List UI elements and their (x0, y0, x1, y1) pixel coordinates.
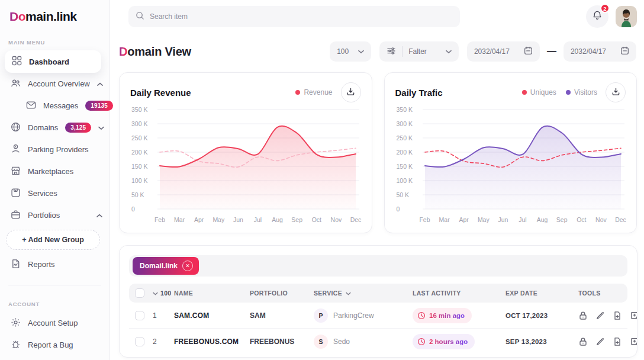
sidebar-item-parking-providers[interactable]: Parking Providers (0, 139, 110, 160)
row-checkbox[interactable] (135, 337, 144, 346)
column-header-service-label: SERVICE (314, 290, 342, 297)
domain-name-cell[interactable]: SAM.COM (174, 311, 250, 320)
search-input[interactable] (150, 12, 453, 21)
service-cell: P ParkingCrew (314, 308, 413, 323)
storefront-icon (11, 166, 21, 178)
tools-cell (578, 311, 637, 320)
daily-revenue-card: Daily Revenue Revenue 350 K300 K250 K200… (119, 72, 372, 233)
page-size-select[interactable]: 100 (330, 41, 371, 62)
chevron-down-icon[interactable] (98, 123, 104, 132)
sidebar-item-account-overview[interactable]: Account Overview (0, 73, 110, 95)
sidebar-item-messages[interactable]: Messages 19135 (0, 95, 110, 117)
legend-item: Revenue (295, 88, 332, 97)
edit-pencil-icon[interactable] (595, 311, 605, 320)
sidebar-item-portfolios[interactable]: Portfolios (0, 204, 110, 226)
x-tick-label: Aug (537, 216, 548, 223)
area-fill-Visitors (425, 126, 621, 209)
active-filter-tag[interactable]: Domail.link ✕ (133, 257, 199, 275)
export-note-icon[interactable] (630, 337, 637, 346)
chevron-down-icon (346, 290, 351, 297)
sidebar-item-report-a-bug[interactable]: Report a Bug (0, 334, 110, 356)
table-row[interactable]: 1 SAM.COM SAM P ParkingCrew 16 min ago O… (129, 303, 627, 329)
sidebar-item-dashboard[interactable]: Dashboard (5, 50, 101, 73)
notifications-button[interactable]: 2 (586, 5, 608, 28)
envelope-icon (26, 101, 36, 111)
column-header-service[interactable]: SERVICE (314, 290, 413, 297)
users-icon (11, 78, 21, 90)
x-axis-labels: FebMarAprMayJunJulAugSepOctNovDec (155, 214, 361, 226)
sidebar-item-marketplaces[interactable]: Marketplaces (0, 160, 110, 182)
sidebar-item-label: Report a Bug (28, 340, 102, 349)
dashboard-grid-icon (12, 56, 22, 68)
sidebar-item-services[interactable]: Services (0, 182, 110, 204)
area-fill-Revenue (160, 126, 356, 209)
row-checkbox[interactable] (135, 311, 144, 320)
column-header-tools[interactable]: TOOLS (578, 290, 627, 297)
x-tick-label: Mar (439, 216, 450, 223)
legend-item: Visitors (566, 88, 597, 97)
portfolio-cell: FREEBONUS (250, 338, 314, 346)
last-activity-cell: 2 hours ago (413, 334, 505, 349)
date-from-picker[interactable]: 2032/04/17 (467, 41, 540, 62)
chart-plot-area[interactable] (155, 107, 361, 213)
row-number: 1 (153, 311, 174, 320)
table-row[interactable]: 2 FREEBONUS.COM FREEBONUS S Sedo 2 hours… (129, 329, 627, 355)
y-tick-label: 150 K (397, 163, 413, 170)
edit-pencil-icon[interactable] (595, 337, 605, 346)
lock-icon[interactable] (578, 311, 588, 320)
x-tick-label: Dec (615, 216, 626, 223)
y-tick-label: 200 K (131, 149, 147, 156)
y-tick-label: 350 K (131, 106, 147, 113)
lock-icon[interactable] (578, 337, 588, 346)
x-tick-label: Oct (312, 216, 321, 223)
remove-tag-icon[interactable]: ✕ (182, 261, 193, 271)
page-title-rest: omain View (127, 45, 191, 58)
column-header-exp-date[interactable]: EXP DATE (505, 290, 578, 297)
download-chart-button[interactable] (606, 82, 626, 102)
chart-legend: UniquesVisitors (522, 88, 597, 97)
tools-cell (578, 337, 637, 346)
column-header-name[interactable]: NAME (174, 290, 250, 297)
chevron-down-icon (358, 47, 364, 56)
x-tick-label: Jun (498, 216, 508, 223)
portfolio-cell: SAM (250, 311, 314, 320)
sidebar-item-label: Domains (28, 123, 58, 132)
daily-trafic-card: Daily Trafic UniquesVisitors 350 K300 K2… (384, 72, 637, 233)
x-tick-label: May (478, 216, 490, 223)
sidebar-item-label: Reports (28, 260, 102, 269)
app-logo[interactable]: Domain.link (0, 0, 110, 24)
date-to-picker[interactable]: 2032/04/17 (564, 41, 636, 62)
download-icon (611, 87, 620, 98)
chevron-up-icon[interactable] (96, 211, 102, 220)
sidebar-item-domains[interactable]: Domains 3,125 (0, 117, 110, 139)
chart-plot-area[interactable] (420, 107, 626, 213)
filter-value: Falter (408, 47, 427, 56)
x-tick-label: Nov (595, 216, 607, 223)
package-icon (11, 188, 21, 200)
legend-dot-icon (566, 90, 571, 95)
select-all-checkbox[interactable] (135, 288, 144, 298)
y-tick-label: 300 K (397, 120, 413, 127)
sidebar-item-account-setup[interactable]: Account Setup (0, 312, 110, 334)
y-tick-label: 50 K (397, 191, 410, 198)
add-new-group-button[interactable]: + Add New Group (6, 230, 100, 250)
x-tick-label: May (212, 216, 224, 223)
sidebar-item-reports[interactable]: Reports (0, 253, 110, 275)
file-add-icon[interactable] (613, 337, 622, 346)
file-add-icon[interactable] (613, 311, 622, 320)
download-chart-button[interactable] (341, 82, 361, 102)
search-bar[interactable] (128, 6, 460, 27)
date-from-value: 2032/04/17 (474, 47, 510, 56)
row-number: 2 (153, 338, 174, 346)
sidebar-item-label: Portfolios (28, 211, 89, 220)
column-header-portfolio[interactable]: PORTFOLIO (250, 290, 314, 297)
page-title: Domain View (119, 45, 191, 59)
row-count-header[interactable]: 100 (153, 290, 174, 297)
column-header-last-activity[interactable]: LAST ACTIVITY (413, 290, 505, 297)
filter-select[interactable]: Falter (379, 41, 459, 62)
chevron-up-icon[interactable] (97, 79, 103, 88)
export-note-icon[interactable] (630, 311, 637, 320)
avatar[interactable] (616, 6, 637, 27)
domain-name-cell[interactable]: FREEBONUS.COM (174, 338, 250, 346)
y-tick-label: 100 K (397, 177, 413, 184)
